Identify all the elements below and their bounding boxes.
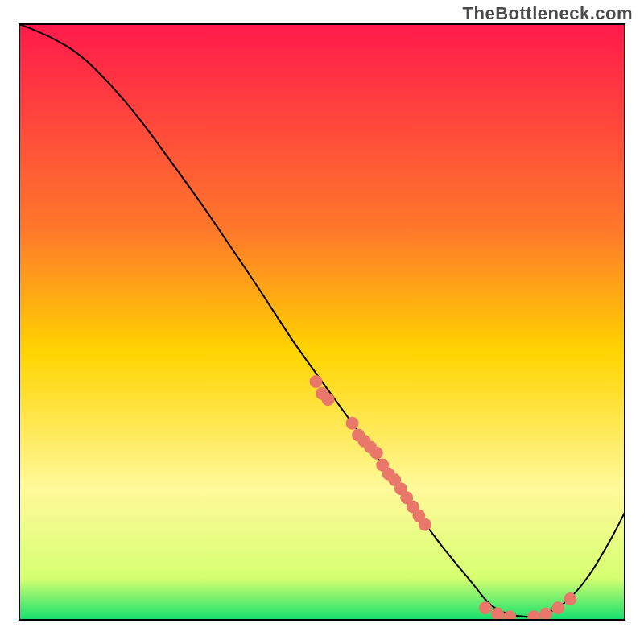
- scatter-point: [370, 447, 383, 460]
- scatter-point: [491, 608, 504, 621]
- scatter-point: [309, 375, 322, 388]
- scatter-point: [419, 518, 431, 531]
- scatter-point: [539, 608, 552, 621]
- scatter-point: [479, 601, 492, 614]
- scatter-point: [564, 592, 576, 605]
- scatter-point: [551, 601, 564, 614]
- watermark-label: TheBottleneck.com: [463, 3, 633, 24]
- scatter-point: [346, 417, 359, 430]
- gradient-background: [19, 24, 625, 620]
- chart-frame: TheBottleneck.com: [0, 0, 644, 644]
- scatter-point: [322, 393, 335, 406]
- scatter-point: [527, 610, 540, 623]
- scatter-point: [503, 610, 516, 623]
- bottleneck-chart: [0, 0, 644, 644]
